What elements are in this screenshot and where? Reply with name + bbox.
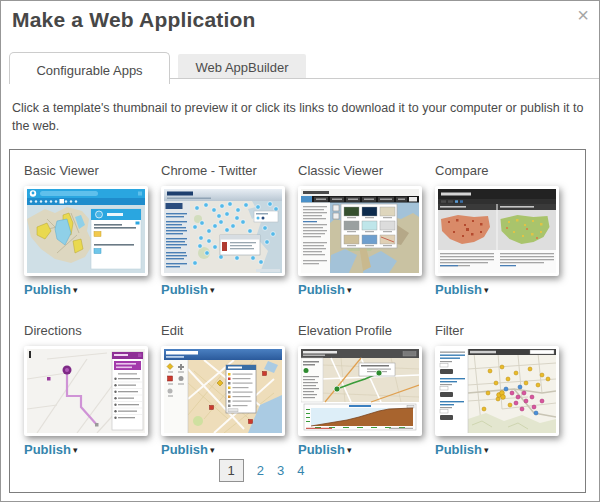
make-web-application-dialog: Make a Web Application × Configurable Ap…: [0, 0, 600, 502]
caret-down-icon: ▾: [73, 445, 78, 455]
compare-thumbnail-art: [438, 189, 556, 273]
close-icon[interactable]: ×: [577, 5, 589, 25]
dialog-title: Make a Web Application: [12, 8, 256, 32]
page-3-link[interactable]: 3: [277, 463, 284, 478]
classic-viewer-thumbnail-art: [301, 189, 419, 273]
caret-down-icon: ▾: [210, 445, 215, 455]
template-card-elevation-profile: Elevation Profile: [298, 323, 435, 463]
tab-web-appbuilder[interactable]: Web AppBuilder: [178, 54, 306, 78]
directions-thumbnail-art: [27, 349, 145, 433]
filter-thumbnail-art: [438, 349, 556, 433]
page-2-link[interactable]: 2: [257, 463, 264, 478]
template-title: Edit: [161, 323, 298, 338]
chrome-twitter-thumbnail-art: [164, 189, 282, 273]
chrome-twitter-thumbnail[interactable]: [161, 186, 285, 276]
template-title: Directions: [24, 323, 161, 338]
page-1-current[interactable]: 1: [219, 459, 244, 482]
publish-link[interactable]: Publish▾: [298, 442, 435, 457]
template-card-chrome-twitter: Chrome - Twitter: [161, 163, 298, 303]
caret-down-icon: ▾: [73, 285, 78, 295]
caret-down-icon: ▾: [347, 285, 352, 295]
template-card-filter: Filter: [435, 323, 572, 463]
classic-viewer-thumbnail[interactable]: [298, 186, 422, 276]
edit-thumbnail[interactable]: [161, 346, 285, 436]
filter-thumbnail[interactable]: [435, 346, 559, 436]
publish-link[interactable]: Publish▾: [24, 442, 161, 457]
elevation-profile-thumbnail-art: [301, 349, 419, 433]
directions-thumbnail[interactable]: [24, 346, 148, 436]
template-title: Elevation Profile: [298, 323, 435, 338]
tab-divider: [170, 78, 599, 79]
tab-configurable-apps[interactable]: Configurable Apps: [9, 52, 170, 84]
template-card-classic-viewer: Classic Viewer: [298, 163, 435, 303]
template-card-edit: Edit: [161, 323, 298, 463]
template-title: Classic Viewer: [298, 163, 435, 178]
caret-down-icon: ▾: [484, 285, 489, 295]
template-title: Basic Viewer: [24, 163, 161, 178]
compare-thumbnail[interactable]: [435, 186, 559, 276]
template-title: Compare: [435, 163, 572, 178]
publish-link[interactable]: Publish▾: [161, 442, 298, 457]
template-gallery: Basic Viewer: [9, 149, 586, 493]
publish-link[interactable]: Publish▾: [435, 282, 572, 297]
template-title: Chrome - Twitter: [161, 163, 298, 178]
caret-down-icon: ▾: [484, 445, 489, 455]
caret-down-icon: ▾: [210, 285, 215, 295]
instructions-text: Click a template's thumbnail to preview …: [12, 99, 590, 135]
template-title: Filter: [435, 323, 572, 338]
pagination: 1 2 3 4: [10, 459, 585, 482]
publish-link[interactable]: Publish▾: [435, 442, 572, 457]
edit-thumbnail-art: [164, 349, 282, 433]
template-grid: Basic Viewer: [10, 150, 585, 463]
basic-viewer-thumbnail-art: [27, 189, 145, 273]
elevation-profile-thumbnail[interactable]: [298, 346, 422, 436]
template-card-directions: Directions: [24, 323, 161, 463]
publish-link[interactable]: Publish▾: [298, 282, 435, 297]
template-card-basic-viewer: Basic Viewer: [24, 163, 161, 303]
page-4-link[interactable]: 4: [297, 463, 304, 478]
template-card-compare: Compare: [435, 163, 572, 303]
basic-viewer-thumbnail[interactable]: [24, 186, 148, 276]
publish-link[interactable]: Publish▾: [24, 282, 161, 297]
publish-link[interactable]: Publish▾: [161, 282, 298, 297]
caret-down-icon: ▾: [347, 445, 352, 455]
